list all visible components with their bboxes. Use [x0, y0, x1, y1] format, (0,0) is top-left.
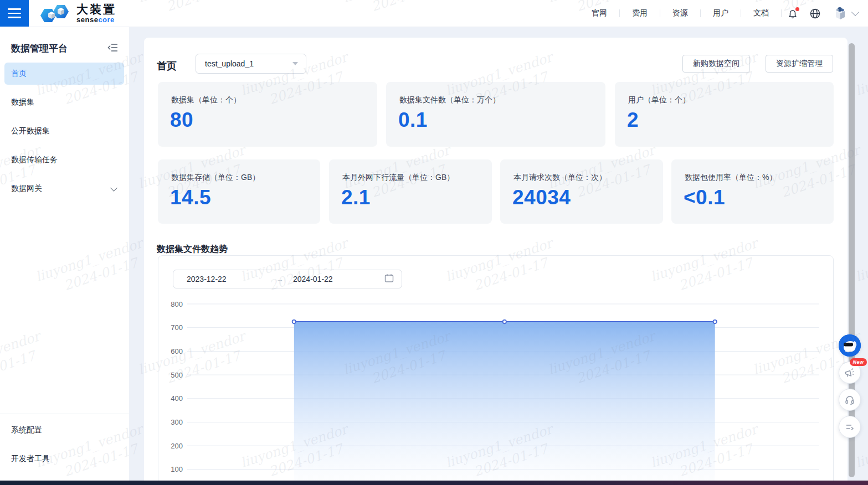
mascot-dog-icon: [839, 334, 861, 357]
account-menu[interactable]: [831, 4, 858, 22]
language-button[interactable]: [804, 0, 826, 27]
assistant-mascot-button[interactable]: [839, 334, 861, 357]
stat-card-dataset-files: 数据集文件数（单位：万个） 0.1: [386, 82, 605, 147]
avatar-cube-icon: [831, 4, 849, 22]
stat-label: 本月外网下行流量（单位：GB）: [342, 173, 454, 183]
logo-title: 大装置: [76, 3, 116, 15]
svg-text:400: 400: [171, 394, 183, 403]
svg-text:100: 100: [171, 465, 183, 473]
sidebar-item-data-gateway[interactable]: 数据网关: [4, 178, 124, 200]
stat-value: 2: [627, 109, 639, 132]
chevron-down-icon: [851, 8, 859, 16]
notification-dot: [795, 7, 799, 11]
globe-icon: [809, 8, 821, 19]
page-title: 首页: [157, 59, 177, 73]
brand-logo: 大装置 sensecore: [39, 1, 116, 25]
stat-card-downlink-traffic: 本月外网下行流量（单位：GB） 2.1: [329, 159, 492, 224]
trend-section-title: 数据集文件数趋势: [157, 244, 228, 255]
buy-data-space-button[interactable]: 新购数据空间: [682, 55, 750, 73]
sidebar-item-developer-tools[interactable]: 开发者工具: [4, 448, 124, 470]
sidebar-item-public-datasets[interactable]: 公开数据集: [4, 120, 124, 142]
bottom-window-edge: [0, 481, 868, 485]
stat-label: 本月请求次数（单位：次）: [513, 173, 607, 183]
menu-toggle-button[interactable]: [0, 0, 29, 27]
sidebar: 数据管理平台 首页 数据集 公开数据集 数据传输任务 数据网关 系统配置 开发者…: [0, 27, 129, 481]
feedback-list-icon: [844, 421, 855, 432]
stat-value: 0.1: [398, 109, 428, 132]
nav-item-official-site[interactable]: 官网: [579, 8, 619, 18]
svg-text:200: 200: [171, 442, 183, 450]
notifications-button[interactable]: [782, 0, 804, 27]
stat-card-datasets: 数据集（单位：个） 80: [158, 82, 377, 147]
workspace-select[interactable]: test_upload_1: [196, 54, 306, 74]
stat-value: 2.1: [341, 186, 371, 209]
svg-text:500: 500: [171, 371, 183, 379]
sidebar-divider: [0, 414, 129, 414]
stat-card-users: 用户（单位：个） 2: [615, 82, 834, 147]
stat-value: 80: [170, 109, 193, 132]
nav-item-billing[interactable]: 费用: [620, 8, 660, 18]
svg-text:700: 700: [171, 323, 183, 332]
stat-value: 14.5: [170, 186, 211, 209]
stat-value: 24034: [512, 186, 571, 209]
nav-item-resources[interactable]: 资源: [660, 8, 700, 18]
trend-chart-card: 2023-12-22 → 2024-01-22 1002003004005006…: [158, 255, 834, 485]
support-button[interactable]: [839, 389, 861, 411]
stat-card-requests: 本月请求次数（单位：次） 24034: [500, 159, 663, 224]
top-header: 大装置 sensecore 官网 费用 资源 用户 文档: [0, 0, 868, 27]
sidebar-menu: 首页 数据集 公开数据集 数据传输任务 数据网关: [4, 63, 124, 207]
sidebar-item-transfer-tasks[interactable]: 数据传输任务: [4, 149, 124, 171]
stat-label: 数据集（单位：个）: [171, 95, 241, 105]
sidebar-item-system-config[interactable]: 系统配置: [4, 419, 124, 441]
sidebar-footer-menu: 系统配置 开发者工具: [4, 419, 124, 477]
stat-label: 数据包使用率（单位：%）: [685, 173, 777, 183]
stat-label: 用户（单位：个）: [628, 95, 690, 105]
sidebar-item-datasets[interactable]: 数据集: [4, 91, 124, 113]
collapse-sidebar-icon: [107, 43, 118, 52]
stat-label: 数据集存储（单位：GB）: [171, 173, 260, 183]
sidebar-item-home[interactable]: 首页: [4, 63, 124, 85]
megaphone-icon: [844, 367, 855, 378]
headset-icon: [844, 394, 855, 405]
nav-item-users[interactable]: 用户: [701, 8, 741, 18]
stat-card-package-usage: 数据包使用率（单位：%） <0.1: [671, 159, 834, 224]
stat-label: 数据集文件数（单位：万个）: [399, 95, 500, 105]
stat-card-storage: 数据集存储（单位：GB） 14.5: [158, 159, 320, 224]
trend-area-chart: 100200300400500600700800: [158, 256, 833, 485]
new-badge: New: [850, 358, 867, 366]
collapse-sidebar-button[interactable]: [107, 43, 118, 54]
feedback-button[interactable]: [839, 416, 861, 438]
main-panel: 首页 test_upload_1 新购数据空间 资源扩缩管理 数据集（单位：个）…: [144, 38, 848, 485]
stat-value: <0.1: [684, 186, 725, 209]
sensecore-logo-icon: [39, 1, 72, 25]
top-nav: 官网 费用 资源 用户 文档: [579, 0, 858, 27]
announcements-button[interactable]: New: [839, 362, 861, 384]
sidebar-title: 数据管理平台: [11, 42, 68, 55]
app-root: 大装置 sensecore 官网 费用 资源 用户 文档: [0, 0, 868, 485]
chevron-down-icon: [110, 184, 117, 192]
svg-text:300: 300: [171, 418, 183, 426]
chevron-down-icon: [292, 62, 298, 65]
svg-text:600: 600: [171, 347, 183, 355]
nav-item-docs[interactable]: 文档: [741, 8, 781, 18]
floating-assistant-stack: New: [839, 334, 861, 438]
svg-text:800: 800: [171, 300, 183, 308]
resource-scaling-button[interactable]: 资源扩缩管理: [766, 55, 833, 73]
logo-brand: sensecore: [76, 16, 116, 23]
